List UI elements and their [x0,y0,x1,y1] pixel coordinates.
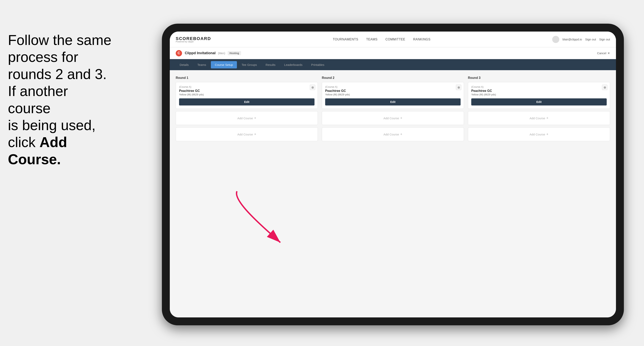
nav-rankings[interactable]: RANKINGS [413,38,430,41]
round-1-edit-button[interactable]: Edit [179,98,314,106]
round-2-label: Round 2 [322,76,464,80]
tab-bar: Details Teams Course Setup Tee Groups Re… [170,59,616,70]
round-3-delete-button[interactable]: ⊗ [602,85,608,90]
round-1-add-course-label-2: Add Course [237,133,253,136]
round-2-edit-button[interactable]: Edit [325,98,460,106]
round-1-label: Round 1 [176,76,318,80]
round-3-add-plus-1: + [546,116,548,120]
round-3-label: Round 3 [468,76,610,80]
tab-results[interactable]: Results [262,61,279,68]
user-email: blair@clippd.io [562,38,582,41]
sign-out-label[interactable]: Sign out [599,38,610,41]
round-2-course-details: Yellow (M) (6629 yds) [325,93,460,96]
user-area: blair@clippd.io Sign out Sign out [552,36,610,43]
tab-details[interactable]: Details [176,61,193,68]
round-1-add-course-1[interactable]: Add Course + [176,111,318,125]
round-3-add-course-label-2: Add Course [530,133,545,136]
round-2-add-course-1[interactable]: Add Course + [322,111,464,125]
tab-tee-groups[interactable]: Tee Groups [238,61,261,68]
nav-teams[interactable]: TEAMS [366,38,378,41]
round-1-course-label: (Course A) [179,85,314,88]
tab-leaderboards[interactable]: Leaderboards [280,61,306,68]
logo-sub: Powered by clippd [176,40,211,43]
round-1-add-course-2[interactable]: Add Course + [176,127,318,141]
round-3-course-details: Yellow (M) (6629 yds) [471,93,607,96]
logo-area: SCOREBOARD Powered by clippd [176,36,211,43]
tournament-bar: C Clippd Invitational (Men) Hosting Canc… [170,47,616,59]
tournament-title: Clippd Invitational (Men) Hosting [185,51,241,55]
round-2-delete-button[interactable]: ⊗ [456,85,462,90]
tab-printables[interactable]: Printables [307,61,328,68]
round-2-add-plus-1: + [400,116,402,120]
rounds-grid: Round 1 ⊗ (Course A) Peachtree GC Yellow… [176,76,610,144]
user-avatar [552,36,559,43]
round-3-course-name: Peachtree GC [471,89,607,93]
main-content: Round 1 ⊗ (Course A) Peachtree GC Yellow… [170,70,616,317]
round-2-course-name: Peachtree GC [325,89,460,93]
round-2-add-plus-2: + [400,132,402,137]
sign-out-link[interactable]: Sign out [585,38,596,41]
round-3-add-course-2[interactable]: Add Course + [468,127,610,141]
round-2-course-card: ⊗ (Course A) Peachtree GC Yellow (M) (66… [322,82,464,109]
round-3-add-course-1[interactable]: Add Course + [468,111,610,125]
main-nav: TOURNAMENTS TEAMS COMMITTEE RANKINGS [333,38,430,41]
round-3-course-card: ⊗ (Course A) Peachtree GC Yellow (M) (66… [468,82,610,109]
round-1-column: Round 1 ⊗ (Course A) Peachtree GC Yellow… [176,76,318,144]
tab-teams[interactable]: Teams [194,61,210,68]
tournament-badge: (Men) [218,52,225,55]
round-3-edit-button[interactable]: Edit [471,98,607,106]
round-2-add-course-2[interactable]: Add Course + [322,127,464,141]
round-1-delete-button[interactable]: ⊗ [310,85,315,90]
tab-course-setup[interactable]: Course Setup [211,61,237,68]
round-2-add-course-label-1: Add Course [384,117,399,120]
round-3-course-label: (Course A) [471,85,607,88]
tablet-screen: SCOREBOARD Powered by clippd TOURNAMENTS… [170,31,616,317]
round-3-add-course-label-1: Add Course [530,117,545,120]
cancel-x-icon: ✕ [608,51,610,55]
top-nav: SCOREBOARD Powered by clippd TOURNAMENTS… [170,31,616,47]
round-1-course-name: Peachtree GC [179,89,314,93]
nav-tournaments[interactable]: TOURNAMENTS [333,38,358,41]
round-1-add-plus-1: + [254,116,256,120]
round-2-course-label: (Course A) [325,85,460,88]
tablet-device: SCOREBOARD Powered by clippd TOURNAMENTS… [162,24,624,325]
instruction-text: Follow the same process for rounds 2 and… [0,31,122,168]
cancel-button[interactable]: Cancel ✕ [597,51,610,55]
round-1-add-plus-2: + [254,132,256,137]
c-logo: C [176,50,182,56]
hosting-badge: Hosting [228,51,241,55]
round-1-course-card: ⊗ (Course A) Peachtree GC Yellow (M) (66… [176,82,318,109]
nav-committee[interactable]: COMMITTEE [385,38,405,41]
round-1-add-course-label-1: Add Course [237,117,253,120]
round-3-add-plus-2: + [546,132,548,137]
round-2-column: Round 2 ⊗ (Course A) Peachtree GC Yellow… [322,76,464,144]
round-1-course-details: Yellow (M) (6629 yds) [179,93,314,96]
round-3-column: Round 3 ⊗ (Course A) Peachtree GC Yellow… [468,76,610,144]
round-2-add-course-label-2: Add Course [384,133,399,136]
